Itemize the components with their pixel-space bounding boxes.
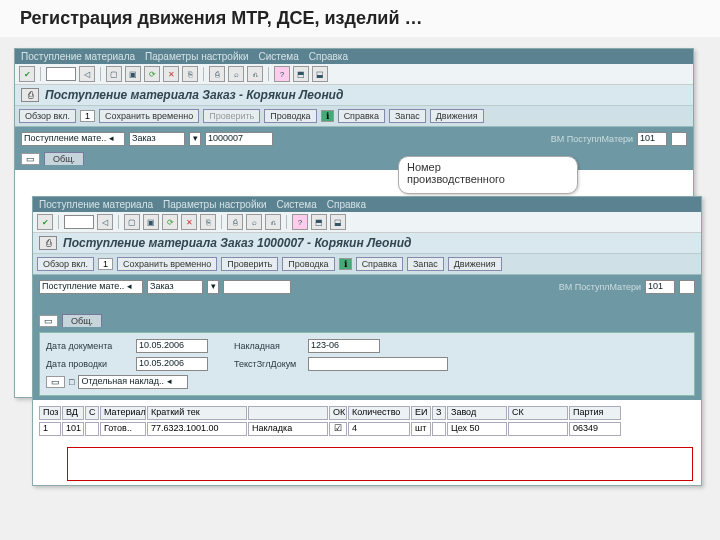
print-icon[interactable]: ⎙	[209, 66, 225, 82]
one-chip[interactable]: 1	[98, 258, 113, 270]
delivery-note-label: Накладная	[234, 341, 304, 351]
movement-type-dd[interactable]: Поступление мате.. ◂	[21, 132, 125, 146]
order-dd[interactable]: Заказ	[147, 280, 203, 294]
menu-item[interactable]: Поступление материала	[21, 51, 135, 62]
table-header: Поз ВД С Материал Краткий тек ОК Количес…	[33, 406, 701, 422]
cell-qty[interactable]: 4	[348, 422, 410, 436]
col-qty: Количество	[348, 406, 410, 420]
help-button[interactable]: Справка	[338, 109, 385, 123]
print-icon[interactable]: ⎙	[227, 214, 243, 230]
cell-ei: шт	[411, 422, 431, 436]
page-title: Поступление материала Заказ - Корякин Ле…	[45, 88, 343, 102]
order-number-field[interactable]: 1000007	[205, 132, 273, 146]
save-temp-button[interactable]: Сохранить временно	[117, 257, 217, 271]
stock-button[interactable]: Запас	[407, 257, 444, 271]
tb-icon[interactable]: ⎌	[247, 66, 263, 82]
menu-item[interactable]: Параметры настройки	[163, 199, 266, 210]
check-button[interactable]: Проверить	[203, 109, 260, 123]
tb-icon[interactable]: ⟳	[144, 66, 160, 82]
posting-button[interactable]: Проводка	[282, 257, 334, 271]
tab-general[interactable]: Общ.	[44, 152, 84, 165]
cell-material[interactable]: Готов..	[100, 422, 146, 436]
tb-icon[interactable]: ⎘	[200, 214, 216, 230]
posting-date-field[interactable]: 10.05.2006	[136, 357, 208, 371]
find-icon[interactable]: ⌕	[246, 214, 262, 230]
doc-date-label: Дата документа	[46, 341, 132, 351]
menu-item[interactable]: Система	[276, 199, 316, 210]
menu-item[interactable]: Поступление материала	[39, 199, 153, 210]
doc-date-field[interactable]: 10.05.2006	[136, 339, 208, 353]
collapse-icon[interactable]: ▭	[46, 376, 65, 388]
tb-icon[interactable]: ▢	[106, 66, 122, 82]
obzor-button[interactable]: Обзор вкл.	[19, 109, 76, 123]
check-button[interactable]: Проверить	[221, 257, 278, 271]
cell-plant[interactable]: Цех 50	[447, 422, 507, 436]
individual-slip-dd[interactable]: Отдельная наклад.. ◂	[78, 375, 188, 389]
cell-sk[interactable]	[508, 422, 568, 436]
posting-button[interactable]: Проводка	[264, 109, 316, 123]
cmd-field[interactable]	[64, 215, 94, 229]
tab-general[interactable]: Общ.	[62, 314, 102, 327]
order-number-field[interactable]	[223, 280, 291, 294]
tb-icon[interactable]: ⟳	[162, 214, 178, 230]
gm-value[interactable]: 101	[645, 280, 675, 294]
collapse-icon[interactable]: ▭	[21, 153, 40, 165]
cell-vd[interactable]: 101	[62, 422, 84, 436]
blue-area: Поступление мате.. ◂ Заказ ▾ ВМ ПоступлМ…	[33, 275, 701, 400]
tb-icon[interactable]: ▢	[124, 214, 140, 230]
gm-value[interactable]: 101	[637, 132, 667, 146]
help-icon[interactable]: ?	[292, 214, 308, 230]
layout-icon[interactable]: ⬒	[293, 66, 309, 82]
menu-item[interactable]: Параметры настройки	[145, 51, 248, 62]
app-icon[interactable]: ⎙	[21, 88, 39, 102]
tb-icon[interactable]: ▣	[125, 66, 141, 82]
help-icon[interactable]: ?	[274, 66, 290, 82]
callout-line: Номер	[407, 161, 569, 173]
page-title: Поступление материала Заказ 1000007 - Ко…	[63, 236, 411, 250]
gm-extra[interactable]	[671, 132, 687, 146]
ok-icon[interactable]: ✔	[37, 214, 53, 230]
layout-icon[interactable]: ⬒	[311, 214, 327, 230]
drop-icon[interactable]: ▾	[189, 132, 201, 146]
app-icon[interactable]: ⎙	[39, 236, 57, 250]
drop-icon[interactable]: ▾	[207, 280, 219, 294]
cell-ok-checkbox[interactable]: ☑	[329, 422, 347, 436]
movements-button[interactable]: Движения	[430, 109, 484, 123]
layout-icon[interactable]: ⬓	[312, 66, 328, 82]
help-button[interactable]: Справка	[356, 257, 403, 271]
layout-icon[interactable]: ⬓	[330, 214, 346, 230]
order-dd[interactable]: Заказ	[129, 132, 185, 146]
info-icon[interactable]: ℹ	[321, 110, 334, 122]
menu-item[interactable]: Система	[258, 51, 298, 62]
cell-batch[interactable]: 06349	[569, 422, 621, 436]
menu-item[interactable]: Справка	[309, 51, 348, 62]
ok-icon[interactable]: ✔	[19, 66, 35, 82]
menu-item[interactable]: Справка	[327, 199, 366, 210]
header-text-field[interactable]	[308, 357, 448, 371]
movement-type-dd[interactable]: Поступление мате.. ◂	[39, 280, 143, 294]
back-icon[interactable]: ◁	[79, 66, 95, 82]
header-text-label: ТекстЗглДокум	[234, 359, 304, 369]
tb-icon[interactable]: ⎘	[182, 66, 198, 82]
cancel-icon[interactable]: ✕	[181, 214, 197, 230]
cancel-icon[interactable]: ✕	[163, 66, 179, 82]
info-icon[interactable]: ℹ	[339, 258, 352, 270]
tb-icon[interactable]: ⎌	[265, 214, 281, 230]
cell-code[interactable]: 77.6323.1001.00	[147, 422, 247, 436]
checkbox-icon[interactable]: □	[69, 377, 74, 387]
tb-icon[interactable]: ▣	[143, 214, 159, 230]
movements-button[interactable]: Движения	[448, 257, 502, 271]
obzor-button[interactable]: Обзор вкл.	[37, 257, 94, 271]
back-icon[interactable]: ◁	[97, 214, 113, 230]
cell-desc[interactable]: Накладка	[248, 422, 328, 436]
col-z: З	[432, 406, 446, 420]
delivery-note-field[interactable]: 123-06	[308, 339, 380, 353]
save-temp-button[interactable]: Сохранить временно	[99, 109, 199, 123]
find-icon[interactable]: ⌕	[228, 66, 244, 82]
gm-extra[interactable]	[679, 280, 695, 294]
one-chip[interactable]: 1	[80, 110, 95, 122]
collapse-icon[interactable]: ▭	[39, 315, 58, 327]
cmd-field[interactable]	[46, 67, 76, 81]
stock-button[interactable]: Запас	[389, 109, 426, 123]
table-row[interactable]: 1 101 Готов.. 77.6323.1001.00 Накладка ☑…	[33, 422, 701, 438]
